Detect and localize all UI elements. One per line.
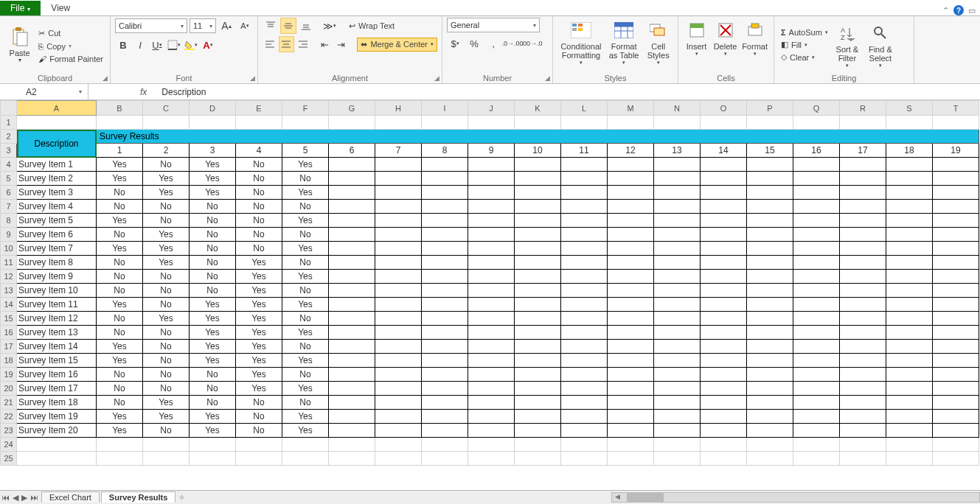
cell-E7[interactable]: No <box>236 200 282 214</box>
number-launcher[interactable]: ◢ <box>545 74 550 82</box>
cell-R1[interactable] <box>840 116 886 130</box>
cell-S6[interactable] <box>886 186 933 200</box>
cell-R17[interactable] <box>840 340 886 354</box>
tab-view[interactable]: View <box>41 1 111 15</box>
cell-R9[interactable] <box>840 228 886 242</box>
cell-S5[interactable] <box>886 172 933 186</box>
cell-C25[interactable] <box>143 452 190 466</box>
cell-H25[interactable] <box>375 452 422 466</box>
cell-I8[interactable] <box>422 214 468 228</box>
row-header-3[interactable]: 3 <box>1 144 17 158</box>
cell-N22[interactable] <box>654 410 701 424</box>
format-cells-button[interactable]: Format▾ <box>740 18 769 57</box>
alignment-launcher[interactable]: ◢ <box>434 74 439 82</box>
cell-T17[interactable] <box>933 340 979 354</box>
cell-S3[interactable]: 18 <box>886 144 933 158</box>
cell-J22[interactable] <box>468 410 515 424</box>
cell-P13[interactable] <box>747 284 793 298</box>
cell-M13[interactable] <box>608 284 654 298</box>
cell-E23[interactable]: No <box>236 424 282 438</box>
cut-button[interactable]: ✂Cut <box>36 28 105 39</box>
cell-C6[interactable]: Yes <box>143 186 190 200</box>
cell-B15[interactable]: No <box>97 312 143 326</box>
row-header-25[interactable]: 25 <box>1 452 17 466</box>
cell-Q20[interactable] <box>793 382 840 396</box>
cell-F18[interactable]: Yes <box>282 354 329 368</box>
cell-E13[interactable]: Yes <box>236 284 282 298</box>
cell-M4[interactable] <box>608 158 654 172</box>
cell-I24[interactable] <box>422 438 468 452</box>
cell-G21[interactable] <box>329 396 375 410</box>
cell-A23[interactable]: Survey Item 20 <box>17 424 97 438</box>
cell-M11[interactable] <box>608 256 654 270</box>
cell-J24[interactable] <box>468 438 515 452</box>
cell-N21[interactable] <box>654 396 701 410</box>
cell-H19[interactable] <box>375 368 422 382</box>
cell-O17[interactable] <box>701 340 747 354</box>
cell-D20[interactable]: No <box>190 382 236 396</box>
cell-P3[interactable]: 15 <box>747 144 793 158</box>
cell-O10[interactable] <box>701 242 747 256</box>
cell-J11[interactable] <box>468 256 515 270</box>
cell-C23[interactable]: No <box>143 424 190 438</box>
cell-J8[interactable] <box>468 214 515 228</box>
cell-Q18[interactable] <box>793 354 840 368</box>
cell-R12[interactable] <box>840 270 886 284</box>
cell-I10[interactable] <box>422 242 468 256</box>
cell-C20[interactable]: No <box>143 382 190 396</box>
cell-N13[interactable] <box>654 284 701 298</box>
cell-P24[interactable] <box>747 438 793 452</box>
cell-B19[interactable]: No <box>97 368 143 382</box>
cell-P19[interactable] <box>747 368 793 382</box>
cell-G3[interactable]: 6 <box>329 144 375 158</box>
row-header-17[interactable]: 17 <box>1 340 17 354</box>
cell-Q9[interactable] <box>793 228 840 242</box>
cell-H10[interactable] <box>375 242 422 256</box>
sheet-tab-survey-results[interactable]: Survey Results <box>101 491 176 503</box>
cell-G22[interactable] <box>329 410 375 424</box>
cell-L9[interactable] <box>561 228 608 242</box>
sheet-nav-prev[interactable]: ◀ <box>11 493 20 503</box>
cell-F12[interactable]: Yes <box>282 270 329 284</box>
cell-E15[interactable]: Yes <box>236 312 282 326</box>
cell-O23[interactable] <box>701 424 747 438</box>
col-header-H[interactable]: H <box>375 101 422 116</box>
cell-P1[interactable] <box>747 116 793 130</box>
cell-T8[interactable] <box>933 214 979 228</box>
decrease-indent-button[interactable]: ⇤ <box>317 36 332 52</box>
row-header-16[interactable]: 16 <box>1 326 17 340</box>
cell-F16[interactable]: Yes <box>282 326 329 340</box>
cell-D24[interactable] <box>190 438 236 452</box>
cell-F20[interactable]: Yes <box>282 382 329 396</box>
cell-P23[interactable] <box>747 424 793 438</box>
cell-N5[interactable] <box>654 172 701 186</box>
cell-K22[interactable] <box>515 410 561 424</box>
cell-R14[interactable] <box>840 298 886 312</box>
cell-S9[interactable] <box>886 228 933 242</box>
cell-F5[interactable]: No <box>282 172 329 186</box>
cell-J7[interactable] <box>468 200 515 214</box>
cell-L17[interactable] <box>561 340 608 354</box>
cell-D22[interactable]: Yes <box>190 410 236 424</box>
col-header-A[interactable]: A <box>17 101 97 116</box>
cell-P7[interactable] <box>747 200 793 214</box>
cell-H24[interactable] <box>375 438 422 452</box>
cell-J9[interactable] <box>468 228 515 242</box>
cell-C10[interactable]: Yes <box>143 242 190 256</box>
row-header-4[interactable]: 4 <box>1 158 17 172</box>
cell-D13[interactable]: No <box>190 284 236 298</box>
cell-K5[interactable] <box>515 172 561 186</box>
cell-O24[interactable] <box>701 438 747 452</box>
new-sheet-button[interactable]: ✧ <box>178 493 185 503</box>
find-select-button[interactable]: Find & Select▾ <box>864 21 897 69</box>
ribbon-minimize-icon[interactable]: ⌃ <box>942 6 949 15</box>
cell-T18[interactable] <box>933 354 979 368</box>
cell-R20[interactable] <box>840 382 886 396</box>
cell-C22[interactable]: Yes <box>143 410 190 424</box>
cell-B12[interactable]: No <box>97 270 143 284</box>
cell-B14[interactable]: Yes <box>97 298 143 312</box>
font-size-select[interactable]: 11▾ <box>190 18 216 33</box>
cell-E21[interactable]: No <box>236 396 282 410</box>
col-header-B[interactable]: B <box>97 101 143 116</box>
cell-J19[interactable] <box>468 368 515 382</box>
